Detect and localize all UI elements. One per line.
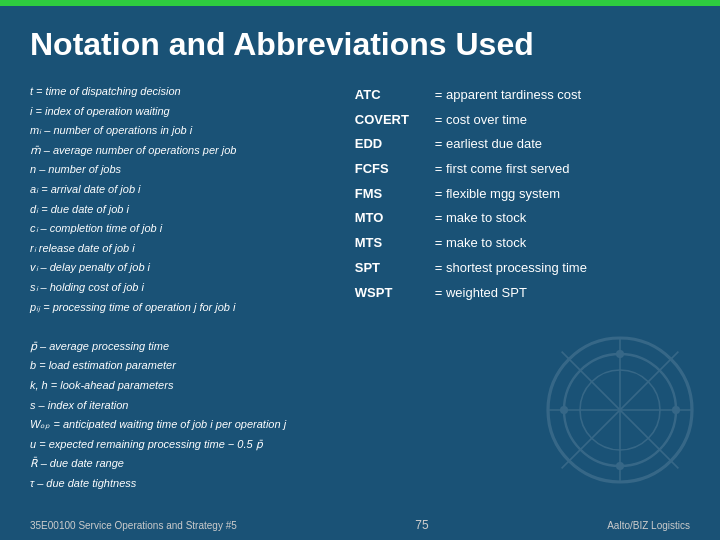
abbrev-row: MTO= make to stock <box>355 206 690 231</box>
abbrev-value: = earliest due date <box>435 132 542 157</box>
abbrev-row: MTS= make to stock <box>355 231 690 256</box>
abbrev-value: = first come first served <box>435 157 570 182</box>
abbrev-row: SPT= shortest processing time <box>355 256 690 281</box>
abbrev-value: = apparent tardiness cost <box>435 83 581 108</box>
left-column-item: b = load estimation parameter <box>30 357 335 375</box>
abbrev-value: = shortest processing time <box>435 256 587 281</box>
abbrev-value: = make to stock <box>435 206 526 231</box>
left-column-item: rᵢ release date of job i <box>30 240 335 258</box>
slide-container: Notation and Abbreviations Used t = time… <box>0 6 720 540</box>
left-column-item: m̄ – average number of operations per jo… <box>30 142 335 160</box>
footer-page-number: 75 <box>415 518 428 532</box>
left-column-item: t = time of dispatching decision <box>30 83 335 101</box>
left-column-item: τ – due date tightness <box>30 475 335 493</box>
footer-right: Aalto/BIZ Logistics <box>607 520 690 531</box>
abbrev-row: COVERT= cost over time <box>355 108 690 133</box>
left-column-item: u = expected remaining processing time −… <box>30 436 335 454</box>
abbrev-key: WSPT <box>355 281 435 306</box>
slide-title: Notation and Abbreviations Used <box>30 26 690 63</box>
left-column-item: Wₒₚ = anticipated waiting time of job i … <box>30 416 335 434</box>
left-column-item <box>30 318 335 336</box>
abbrev-key: ATC <box>355 83 435 108</box>
left-column-item: s – index of iteration <box>30 397 335 415</box>
left-column-item: R̄ – due date range <box>30 455 335 473</box>
abbrev-row: WSPT= weighted SPT <box>355 281 690 306</box>
svg-point-10 <box>672 406 680 414</box>
abbrev-key: SPT <box>355 256 435 281</box>
svg-point-9 <box>560 406 568 414</box>
svg-point-8 <box>616 462 624 470</box>
left-column-item: pᵢⱼ = processing time of operation j for… <box>30 299 335 317</box>
abbrev-key: COVERT <box>355 108 435 133</box>
abbrev-value: = make to stock <box>435 231 526 256</box>
abbrev-value: = weighted SPT <box>435 281 527 306</box>
abbrev-key: FCFS <box>355 157 435 182</box>
abbrev-key: FMS <box>355 182 435 207</box>
left-column-item: k, h = look-ahead parameters <box>30 377 335 395</box>
left-column-item: n – number of jobs <box>30 161 335 179</box>
abbrev-row: FMS= flexible mgg system <box>355 182 690 207</box>
footer-left: 35E00100 Service Operations and Strategy… <box>30 520 237 531</box>
svg-point-7 <box>616 350 624 358</box>
abbrev-value: = cost over time <box>435 108 527 133</box>
left-column-item: i = index of operation waiting <box>30 103 335 121</box>
left-column-item: dᵢ = due date of job i <box>30 201 335 219</box>
left-column-item: p̄ – average processing time <box>30 338 335 356</box>
footer: 35E00100 Service Operations and Strategy… <box>0 518 720 532</box>
watermark <box>540 320 700 500</box>
left-column-item: mᵢ – number of operations in job i <box>30 122 335 140</box>
left-column-item: vᵢ – delay penalty of job i <box>30 259 335 277</box>
abbrev-row: ATC= apparent tardiness cost <box>355 83 690 108</box>
left-column-item: sᵢ – holding cost of job i <box>30 279 335 297</box>
abbrev-row: EDD= earliest due date <box>355 132 690 157</box>
left-column: t = time of dispatching decisioni = inde… <box>30 83 335 494</box>
abbrev-key: EDD <box>355 132 435 157</box>
abbrev-row: FCFS= first come first served <box>355 157 690 182</box>
left-column-item: cᵢ – completion time of job i <box>30 220 335 238</box>
abbrev-value: = flexible mgg system <box>435 182 560 207</box>
abbrev-key: MTO <box>355 206 435 231</box>
left-column-item: aᵢ = arrival date of job i <box>30 181 335 199</box>
abbrev-key: MTS <box>355 231 435 256</box>
